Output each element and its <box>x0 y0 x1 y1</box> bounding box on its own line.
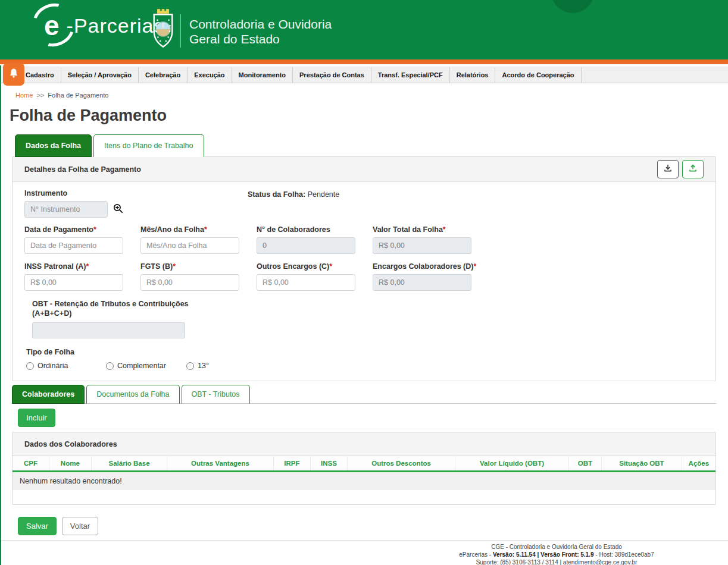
column-nome: Nome <box>49 456 91 472</box>
mes-ano-label: Mês/Ano da Folha <box>140 225 204 234</box>
tab-documentos-da-folha[interactable]: Documentos da Folha <box>86 385 179 404</box>
notifications-button[interactable] <box>3 63 24 86</box>
inss-patronal-field-group: INSS Patronal (A)* <box>24 262 140 291</box>
fgts-input[interactable] <box>140 274 239 291</box>
tab-obt-tributos[interactable]: OBT - Tributos <box>182 385 250 404</box>
nav-item-transf-especial-pcf[interactable]: Transf. Especial/PCF <box>371 67 450 83</box>
breadcrumb-home-link[interactable]: Home <box>15 92 33 99</box>
footer-version-line: eParcerias - Versão: 5.11.54 | Versão Fr… <box>378 551 728 558</box>
collaborators-panel-header: Dados dos Colaboradores <box>13 432 715 456</box>
download-icon <box>663 164 673 175</box>
download-button[interactable] <box>657 160 679 178</box>
column-irpf: IRPF <box>273 456 311 472</box>
column-valor-liquido-obt: Valor Líquido (OBT) <box>455 456 568 472</box>
status-value: Pendente <box>308 190 340 199</box>
required-marker: * <box>473 262 476 271</box>
radio-complementar-label: Complementar <box>117 362 166 370</box>
encargos-colaboradores-field-group: Encargos Colaboradores (D)* <box>373 262 489 291</box>
data-pagamento-input[interactable] <box>24 237 123 254</box>
form-row-3: INSS Patronal (A)* FGTS (B)* Outros Enca… <box>24 262 704 291</box>
column-obt: OBT <box>568 456 602 472</box>
upload-icon <box>688 164 698 175</box>
nav-item-relatorios[interactable]: Relatórios <box>450 67 496 83</box>
details-panel-header: Detalhes da Folha de Pagamento <box>13 157 715 182</box>
org-name: Controladoria e Ouvidoria Geral do Estad… <box>189 17 332 46</box>
collaborators-table: CPF Nome Salário Base Outras Vantagens I… <box>13 456 715 490</box>
eparcerias-logo: e -Parcerias <box>38 10 165 42</box>
radio-complementar[interactable]: Complementar <box>106 362 186 370</box>
inss-patronal-label: INSS Patronal (A) <box>24 262 86 271</box>
valor-total-input <box>373 237 471 254</box>
collaborators-panel-title: Dados dos Colaboradores <box>24 440 117 448</box>
details-panel-title: Detalhes da Folha de Pagamento <box>24 165 141 174</box>
voltar-button[interactable]: Voltar <box>62 517 98 535</box>
mes-ano-field-group: Mês/Ano da Folha* <box>140 225 257 254</box>
upload-button[interactable] <box>682 160 704 178</box>
incluir-button[interactable]: Incluir <box>18 409 55 427</box>
status-da-folha: Status da Folha: Pendente <box>248 189 339 218</box>
encargos-colaboradores-input <box>373 274 471 291</box>
nav-item-cadastro[interactable]: Cadastro <box>19 67 61 83</box>
salvar-button[interactable]: Salvar <box>18 517 57 535</box>
encargos-colaboradores-label: Encargos Colaboradores (D) <box>373 262 473 271</box>
nav-item-acordo-de-cooperacao[interactable]: Acordo de Cooperação <box>495 67 581 83</box>
table-bottom-padding <box>13 490 715 504</box>
logo-text: -Parcerias <box>67 14 165 37</box>
nav-item-selecao-aprovacao[interactable]: Seleção / Aprovação <box>61 67 139 83</box>
column-outras-vantagens: Outras Vantagens <box>167 456 273 472</box>
logo-e-glyph: e <box>38 10 65 42</box>
empty-result-message: Nenhum resultado encontrado! <box>13 472 715 491</box>
footer-org-line: CGE - Controladoria e Ouvidoria Geral do… <box>378 543 728 551</box>
num-colaboradores-label: N° de Colaboradores <box>257 225 330 234</box>
collaborators-panel: Dados dos Colaboradores CPF Nome Salário… <box>12 432 716 505</box>
instrumento-input[interactable] <box>24 201 108 218</box>
nav-items: Cadastro Seleção / Aprovação Celebração … <box>18 67 728 83</box>
num-colaboradores-input <box>257 237 355 254</box>
nav-item-execucao[interactable]: Execução <box>188 67 232 83</box>
radio-decimo-terceiro[interactable]: 13° <box>186 362 209 370</box>
radio-ordinaria-input[interactable] <box>26 362 34 370</box>
page-left-accent <box>0 65 1 565</box>
footer: CGE - Controladoria e Ouvidoria Geral do… <box>0 540 728 565</box>
inss-patronal-input[interactable] <box>24 274 123 291</box>
instrumento-label: Instrumento <box>24 189 248 197</box>
nav-item-monitoramento[interactable]: Monitoramento <box>232 67 293 83</box>
column-cpf: CPF <box>13 456 49 472</box>
sub-tabs: Colaboradores Documentos da Folha OBT - … <box>12 385 716 404</box>
obt-label-line2: (A+B+C+D) <box>32 309 704 318</box>
radio-decimo-terceiro-label: 13° <box>198 362 209 370</box>
form-row-2: Data de Pagamento* Mês/Ano da Folha* N° … <box>24 225 704 254</box>
form-actions: Salvar Voltar <box>18 517 716 535</box>
details-panel: Detalhes da Folha de Pagamento <box>12 156 716 381</box>
outros-encargos-field-group: Outros Encargos (C)* <box>257 262 373 291</box>
search-instrument-icon[interactable] <box>113 203 124 216</box>
tab-itens-do-plano-de-trabalho[interactable]: Itens do Plano de Trabalho <box>93 134 204 157</box>
num-colaboradores-field-group: N° de Colaboradores <box>257 225 373 254</box>
outros-encargos-input[interactable] <box>257 274 355 291</box>
details-panel-actions <box>657 160 704 178</box>
radio-ordinaria[interactable]: Ordinária <box>26 362 106 370</box>
tab-dados-da-folha[interactable]: Dados da Folha <box>15 134 92 157</box>
breadcrumb: Home >> Folha de Pagamento <box>15 92 728 99</box>
orange-accent-bar <box>0 59 728 64</box>
breadcrumb-separator: >> <box>36 92 44 99</box>
data-pagamento-label: Data de Pagamento <box>24 225 93 234</box>
main-tabs: Dados da Folha Itens do Plano de Trabalh… <box>12 134 716 157</box>
instrumento-field-group: Instrumento <box>24 189 248 218</box>
details-panel-body: Instrumento Status da Folha: Pendente <box>13 182 715 381</box>
tab-colaboradores[interactable]: Colaboradores <box>12 385 85 404</box>
radio-complementar-input[interactable] <box>106 362 114 370</box>
outros-encargos-label: Outros Encargos (C) <box>257 262 329 271</box>
radio-decimo-terceiro-input[interactable] <box>186 362 194 370</box>
nav-item-prestacao-de-contas[interactable]: Prestação de Contas <box>293 67 371 83</box>
table-header-row: CPF Nome Salário Base Outras Vantagens I… <box>13 456 715 472</box>
form-row-instrumento: Instrumento Status da Folha: Pendente <box>24 189 704 218</box>
required-marker: * <box>86 262 89 271</box>
footer-version-numbers: Versão: 5.11.54 | Versão Front: 5.1.9 <box>493 551 594 558</box>
nav-item-celebracao[interactable]: Celebração <box>139 67 188 83</box>
valor-total-field-group: Valor Total da Folha* <box>373 225 489 254</box>
mes-ano-input[interactable] <box>140 237 239 254</box>
data-pagamento-field-group: Data de Pagamento* <box>24 225 140 254</box>
status-label: Status da Folha: <box>248 190 305 199</box>
required-marker: * <box>93 225 96 234</box>
